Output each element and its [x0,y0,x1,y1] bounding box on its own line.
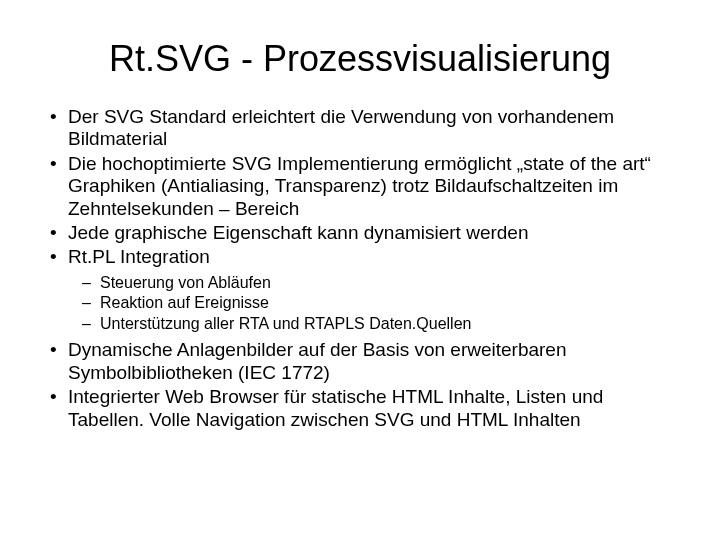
list-item: Die hochoptimierte SVG Implementierung e… [68,153,680,220]
sub-list-item: Reaktion auf Ereignisse [100,293,680,313]
sub-list: Steuerung von Abläufen Reaktion auf Erei… [68,273,680,334]
list-item-text: Der SVG Standard erleichtert die Verwend… [68,106,614,149]
slide: Rt.SVG - Prozessvisualisierung Der SVG S… [0,0,720,540]
list-item: Der SVG Standard erleichtert die Verwend… [68,106,680,151]
list-item: Jede graphische Eigenschaft kann dynamis… [68,222,680,244]
sub-list-item: Steuerung von Abläufen [100,273,680,293]
list-item-text: Die hochoptimierte SVG Implementierung e… [68,153,651,219]
list-item: Integrierter Web Browser für statische H… [68,386,680,431]
list-item: Dynamische Anlagenbilder auf der Basis v… [68,339,680,384]
list-item-text: Rt.PL Integration [68,246,210,267]
list-item-text: Jede graphische Eigenschaft kann dynamis… [68,222,529,243]
list-item: Rt.PL Integration Steuerung von Abläufen… [68,246,680,333]
slide-title: Rt.SVG - Prozessvisualisierung [40,38,680,80]
bullet-list: Der SVG Standard erleichtert die Verwend… [40,106,680,431]
list-item-text: Dynamische Anlagenbilder auf der Basis v… [68,339,567,382]
sub-list-item-text: Unterstützung aller RTA und RTAPLS Daten… [100,315,471,332]
sub-list-item-text: Reaktion auf Ereignisse [100,294,269,311]
sub-list-item: Unterstützung aller RTA und RTAPLS Daten… [100,314,680,334]
sub-list-item-text: Steuerung von Abläufen [100,274,271,291]
list-item-text: Integrierter Web Browser für statische H… [68,386,603,429]
